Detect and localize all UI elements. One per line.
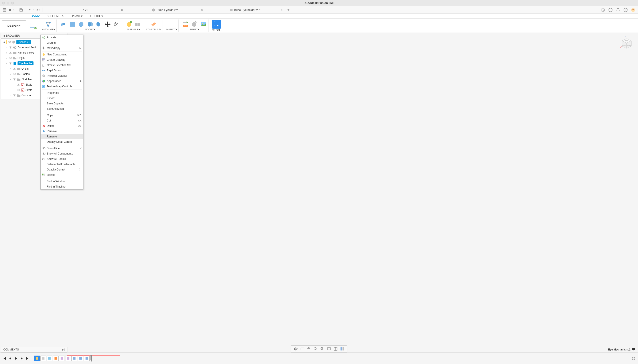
context-menu-item[interactable]: Create Drawing [41,57,83,62]
combine-icon[interactable] [86,20,94,28]
new-tab-button[interactable]: + [285,6,292,14]
context-menu-item[interactable]: Texture Map Controls [41,84,83,89]
orbit-icon[interactable] [293,347,298,351]
fit-icon[interactable] [320,347,325,351]
data-panel-icon[interactable] [2,7,7,13]
timeline-next-icon[interactable] [20,356,24,361]
create-sketch-icon[interactable]: + [29,22,37,30]
help-icon[interactable]: ? [623,8,628,12]
profile-icon[interactable] [631,8,635,12]
timeline-start-icon[interactable] [2,356,7,361]
context-menu-item[interactable]: Remove [41,128,83,134]
timeline-feature[interactable] [78,356,84,361]
context-menu-item[interactable]: Rigid Group [41,68,83,73]
comment-icon[interactable] [632,348,636,352]
context-menu-item[interactable]: Selectable/Unselectable [41,162,83,167]
viewport-layout-icon[interactable] [340,347,345,351]
timeline-feature[interactable] [65,356,71,361]
insert-svg-icon[interactable]: SVG [182,20,189,28]
context-menu-item[interactable]: Isolate [41,172,83,178]
redo-icon[interactable] [35,7,40,13]
file-tab-1[interactable]: Bubo Eyelids v7* × [125,6,205,14]
context-menu-item[interactable]: Delete⌦ [41,123,83,128]
press-pull-icon[interactable] [60,20,67,28]
timeline-end-icon[interactable] [25,356,30,361]
file-tab-2[interactable]: Bubo Eye holder v8* × [205,6,285,14]
file-menu-icon[interactable] [9,7,14,13]
context-menu-item[interactable]: Physical Material [41,73,83,78]
grid-settings-icon[interactable] [333,347,338,351]
context-menu-item[interactable]: Opacity Control〉 [41,167,83,172]
file-tab-0[interactable]: s v1 × [46,6,125,14]
context-menu-item[interactable]: AppearanceA [41,78,83,84]
ws-tab-sheetmetal[interactable]: SHEET METAL [46,14,66,18]
context-menu-item[interactable]: Find in Window [41,179,83,184]
context-menu-item[interactable]: Properties [41,90,83,96]
context-menu-item[interactable]: Save Copy As [41,101,83,106]
minimize-window-icon[interactable] [7,2,9,4]
select-tool-icon[interactable] [212,20,221,28]
texture-icon [42,85,46,88]
timeline-play-icon[interactable] [14,356,18,361]
context-menu-item[interactable]: Find in Timeline [41,184,83,189]
ws-tab-plastic[interactable]: PLASTIC [72,14,84,18]
timeline-feature[interactable] [34,356,40,361]
notifications-icon[interactable] [616,8,620,12]
context-menu-item[interactable]: Create Selection Set [41,62,83,68]
parameters-icon[interactable]: fx [113,20,121,28]
insert-derive-icon[interactable] [191,20,198,28]
timeline-feature[interactable] [47,356,52,361]
context-menu-item[interactable]: Export... [41,96,83,101]
move-icon[interactable] [104,20,112,28]
comments-toggle-icon[interactable]: ⊕ | [62,348,65,351]
context-menu-item[interactable]: Ground [41,40,83,46]
timeline-feature[interactable] [84,356,90,361]
automate-icon[interactable] [44,20,52,28]
context-menu-item[interactable]: Move/CopyM [41,46,83,51]
timeline-playhead[interactable] [91,355,92,362]
extensions-icon[interactable] [601,8,605,12]
workspace-switcher[interactable]: DESIGN▾ [2,20,26,31]
construction-plane-icon[interactable] [150,20,158,28]
pan-icon[interactable] [307,347,311,351]
timeline-feature[interactable] [59,356,65,361]
display-settings-icon[interactable] [327,347,331,351]
context-menu-item[interactable]: Activate [41,35,83,40]
timeline-settings-icon[interactable] [631,356,636,361]
context-menu-item[interactable]: Cut⌘X [41,118,83,123]
context-menu-item[interactable]: Show/HideV [41,146,83,151]
close-icon[interactable]: × [281,8,283,12]
joint-icon[interactable] [134,20,142,28]
job-status-icon[interactable] [608,8,613,12]
context-menu-item[interactable]: Rename [41,134,83,139]
timeline-prev-icon[interactable] [8,356,13,361]
context-menu-item[interactable]: Copy⌘C [41,112,83,118]
close-icon[interactable]: × [121,8,123,12]
close-icon[interactable]: × [201,8,203,12]
insert-canvas-icon[interactable] [199,20,207,28]
ws-tab-solid[interactable]: SOLID [31,14,40,18]
viewport-3d[interactable] [0,33,638,352]
zoom-window-icon[interactable] [11,2,14,4]
ws-tab-utilities[interactable]: UTILITIES [90,14,103,18]
measure-icon[interactable] [168,20,175,28]
split-icon[interactable] [95,20,103,28]
undo-icon[interactable] [29,7,34,13]
save-icon[interactable] [19,7,24,13]
timeline-feature[interactable] [40,356,46,361]
shell-icon[interactable] [78,20,85,28]
viewcube[interactable]: z TOP FRONT RIGHT [618,36,633,51]
new-component-icon[interactable] [125,20,133,28]
look-at-icon[interactable] [300,347,305,351]
context-menu-item[interactable]: Show All Components [41,151,83,156]
context-menu-item[interactable]: Show All Bodies [41,156,83,162]
context-menu-item[interactable]: New Component [41,52,83,57]
timeline-feature[interactable] [72,356,77,361]
context-menu-item[interactable]: Save As Mesh [41,106,83,112]
timeline-feature[interactable] [53,356,59,361]
close-window-icon[interactable] [2,2,5,4]
comments-panel[interactable]: COMMENTS ⊕ | [1,347,68,352]
context-menu-item[interactable]: Display Detail Control [41,139,83,144]
zoom-icon[interactable] [313,347,318,351]
fillet-icon[interactable] [69,20,76,28]
